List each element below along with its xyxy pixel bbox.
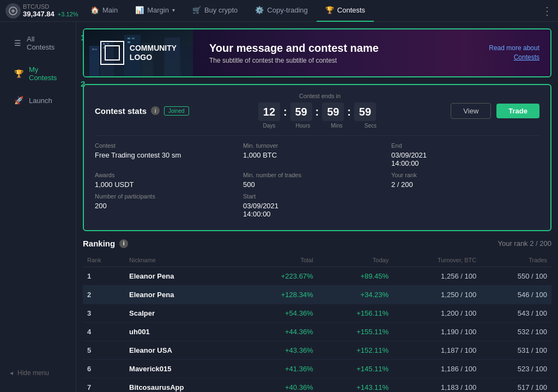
sidebar-item-launch[interactable]: 🚀 Launch — [4, 89, 71, 111]
colon-1: : — [282, 106, 288, 118]
contests-icon: 🏆 — [325, 6, 334, 14]
ranking-header: Ranking i Your rank 2 / 200 — [83, 239, 551, 248]
stats-info-icon[interactable]: i — [151, 106, 160, 115]
nav-main[interactable]: 🏠 Main — [82, 0, 126, 22]
stats-title-row: Contest stats i Joined — [95, 106, 189, 116]
nav-buy-crypto[interactable]: 🛒 Buy crypto — [184, 0, 246, 22]
svg-rect-9 — [181, 46, 193, 76]
col-turnover: Turnover, BTC — [393, 254, 481, 267]
community-text: COMMUNITY LOGO — [130, 44, 177, 62]
banner-center: Your message and contest name The subtit… — [193, 29, 463, 76]
top-navigation: BTC/USD 39,347.84 +3.12% 🏠 Main 📊 Margin… — [0, 0, 558, 22]
colon-3: : — [346, 106, 352, 118]
cell-min-turnover: Min. turnover 1,000 BTC — [243, 142, 391, 167]
cell-your-rank: Your rank 2 / 200 — [391, 172, 539, 189]
price-info: BTC/USD 39,347.84 +3.12% — [23, 3, 78, 18]
nickname-cell: Scalper — [125, 304, 242, 323]
countdown-area: Contest ends in 12 : 59 : 59 : 59 Days H… — [258, 93, 381, 129]
nickname-cell: BitcosaurusApp — [125, 378, 242, 393]
ranking-title: Ranking i — [83, 239, 128, 248]
rank-cell: 6 — [83, 360, 125, 378]
ranking-tbody: 1 Eleanor Pena +223.67% +89.45% 1,256 / … — [83, 267, 551, 393]
total-cell: +223.67% — [242, 267, 317, 286]
sidebar-all-contests-label: All Contests — [27, 35, 62, 51]
cell-start: Start 03/09/202114:00:00 — [243, 193, 391, 218]
section-number-2: 2 — [81, 79, 85, 88]
ranking-info-icon[interactable]: i — [119, 239, 128, 248]
turnover-cell: 1,200 / 100 — [393, 304, 481, 323]
my-contests-icon: 🏆 — [14, 69, 23, 78]
read-more-link[interactable]: Read more about Contests — [489, 44, 539, 62]
hours-digit: 59 — [290, 102, 312, 121]
chevron-left-icon: ◂ — [10, 369, 13, 377]
total-cell: +54.36% — [242, 304, 317, 323]
view-button[interactable]: View — [451, 103, 491, 119]
secs-digit: 59 — [354, 102, 376, 121]
nav-contests-label: Contests — [337, 6, 365, 14]
cell-end: End 03/09/202114:00:00 — [391, 142, 539, 167]
nav-contests[interactable]: 🏆 Contests — [317, 0, 374, 22]
trades-cell: 532 / 100 — [481, 323, 551, 341]
your-rank-label: Your rank 2 / 200 — [498, 239, 551, 248]
trades-cell: 546 / 100 — [481, 286, 551, 304]
rank-cell: 4 — [83, 323, 125, 341]
logo-price-area: BTC/USD 39,347.84 +3.12% — [5, 3, 82, 19]
trades-cell: 517 / 100 — [481, 378, 551, 393]
launch-icon: 🚀 — [14, 96, 23, 105]
sidebar-item-all-contests[interactable]: ☰ All Contests — [4, 28, 71, 58]
mins-digit: 59 — [322, 102, 344, 121]
ranking-table: Rank Nickname Total Today Turnover, BTC … — [83, 254, 551, 392]
stats-header: Contest stats i Joined Contest ends in 1… — [95, 93, 539, 129]
nav-margin-label: Margin — [147, 6, 169, 14]
svg-rect-11 — [95, 49, 97, 50]
nav-margin[interactable]: 📊 Margin ▾ — [126, 0, 184, 22]
trades-cell: 550 / 100 — [481, 267, 551, 286]
chevron-down-icon: ▾ — [172, 7, 175, 13]
svg-rect-15 — [128, 38, 130, 39]
price-change: +3.12% — [58, 11, 78, 17]
banner-title: Your message and contest name — [209, 42, 447, 55]
main-layout: ☰ All Contests 🏆 My Contests 🚀 Launch 1 … — [0, 22, 558, 392]
contest-banner: COMMUNITY LOGO Your message and contest … — [83, 28, 551, 77]
logo-inner-box — [105, 45, 120, 61]
banner-subtitle: The subtitle of contest the subtitle of … — [209, 57, 447, 64]
days-digit: 12 — [258, 102, 280, 121]
main-nav: 🏠 Main 📊 Margin ▾ 🛒 Buy crypto ⚙️ Copy-t… — [82, 0, 542, 22]
turnover-cell: 1,250 / 100 — [393, 286, 481, 304]
contest-stats-box: Contest stats i Joined Contest ends in 1… — [83, 84, 551, 231]
turnover-cell: 1,183 / 100 — [393, 378, 481, 393]
stats-table: Contest Free Trading contest 30 sm Min. … — [95, 135, 539, 218]
app-logo[interactable] — [5, 3, 21, 19]
table-row: 5 Eleanor USA +43.36% +152.11% 1,187 / 1… — [83, 341, 551, 360]
nickname-cell: Eleanor USA — [125, 341, 242, 360]
svg-rect-2 — [89, 46, 99, 76]
buy-crypto-icon: 🛒 — [192, 6, 201, 14]
table-row: 4 uh001 +44.36% +155.11% 1,190 / 100 532… — [83, 323, 551, 341]
trade-button[interactable]: Trade — [496, 104, 539, 118]
cell-contest: Contest Free Trading contest 30 sm — [95, 142, 243, 167]
ranking-header-row: Rank Nickname Total Today Turnover, BTC … — [83, 254, 551, 267]
sidebar-item-my-contests[interactable]: 🏆 My Contests — [4, 59, 71, 88]
margin-icon: 📊 — [135, 6, 144, 14]
rank-cell: 3 — [83, 304, 125, 323]
hide-menu-button[interactable]: ◂ Hide menu — [4, 365, 71, 381]
sidebar-launch-label: Launch — [29, 97, 52, 105]
colon-2: : — [314, 106, 320, 118]
joined-badge: Joined — [164, 106, 189, 116]
cell-participants: Number of participants 200 — [95, 193, 243, 218]
days-label: Days — [258, 123, 280, 129]
copy-trading-icon: ⚙️ — [255, 6, 264, 14]
trades-cell: 543 / 100 — [481, 304, 551, 323]
all-contests-icon: ☰ — [14, 39, 21, 47]
sidebar-my-contests-label: My Contests — [29, 65, 62, 82]
trades-cell: 523 / 100 — [481, 360, 551, 378]
home-icon: 🏠 — [90, 6, 99, 14]
stats-row-3: Number of participants 200 Start 03/09/2… — [95, 193, 539, 218]
nav-copy-trading[interactable]: ⚙️ Copy-trading — [246, 0, 316, 22]
price-value: 39,347.84 — [23, 10, 54, 18]
more-menu-button[interactable]: ⋮ — [542, 4, 553, 17]
hours-label: Hours — [292, 123, 314, 129]
turnover-cell: 1,190 / 100 — [393, 323, 481, 341]
countdown-digits: 12 : 59 : 59 : 59 — [258, 102, 381, 121]
today-cell: +34.23% — [318, 286, 393, 304]
